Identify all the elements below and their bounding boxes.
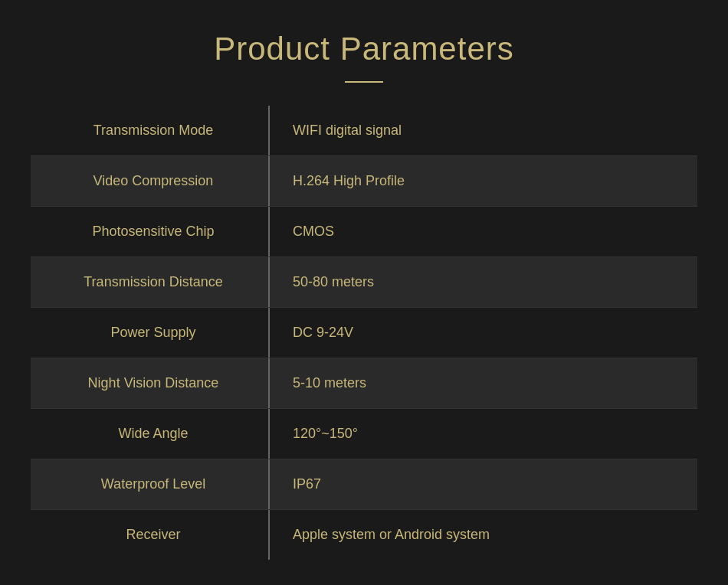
title-divider (345, 81, 383, 83)
param-label-night-vision-distance: Night Vision Distance (31, 358, 268, 409)
param-label-transmission-distance: Transmission Distance (31, 257, 268, 308)
param-value-video-compression: H.264 High Profile (270, 156, 697, 207)
param-label-power-supply: Power Supply (31, 308, 268, 358)
table-row: Video CompressionH.264 High Profile (31, 156, 697, 207)
param-label-transmission-mode: Transmission Mode (31, 106, 268, 156)
table-row: Wide Angle120°~150° (31, 409, 697, 459)
param-value-waterproof-level: IP67 (270, 459, 697, 510)
param-value-transmission-distance: 50-80 meters (270, 257, 697, 308)
param-label-video-compression: Video Compression (31, 156, 268, 207)
table-row: Transmission Distance50-80 meters (31, 257, 697, 308)
param-value-wide-angle: 120°~150° (270, 409, 697, 459)
table-row: Night Vision Distance5-10 meters (31, 358, 697, 409)
param-value-night-vision-distance: 5-10 meters (270, 358, 697, 409)
table-row: Transmission ModeWIFI digital signal (31, 106, 697, 156)
param-value-transmission-mode: WIFI digital signal (270, 106, 697, 156)
params-table: Transmission ModeWIFI digital signalVide… (31, 106, 697, 560)
table-row: Power SupplyDC 9-24V (31, 308, 697, 358)
param-label-wide-angle: Wide Angle (31, 409, 268, 459)
param-label-receiver: Receiver (31, 510, 268, 560)
param-label-waterproof-level: Waterproof Level (31, 459, 268, 510)
table-row: Photosensitive ChipCMOS (31, 207, 697, 257)
param-value-photosensitive-chip: CMOS (270, 207, 697, 257)
table-row: Waterproof LevelIP67 (31, 459, 697, 510)
param-value-receiver: Apple system or Android system (270, 510, 697, 560)
param-value-power-supply: DC 9-24V (270, 308, 697, 358)
table-row: ReceiverApple system or Android system (31, 510, 697, 560)
page-title: Product Parameters (214, 31, 514, 67)
param-label-photosensitive-chip: Photosensitive Chip (31, 207, 268, 257)
